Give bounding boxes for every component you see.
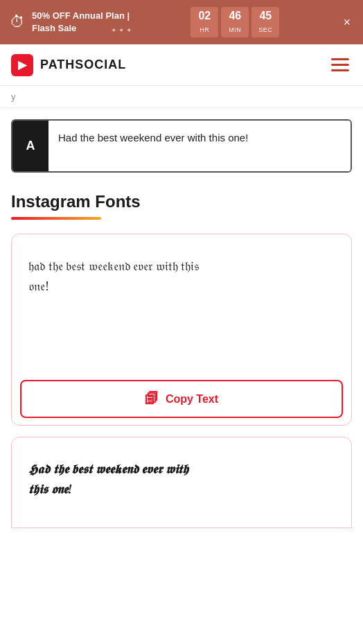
sale-icon: ⏱	[10, 13, 25, 31]
hamburger-menu-button[interactable]	[328, 55, 352, 74]
font-card-1-footer: 🗐 Copy Text	[12, 373, 351, 425]
close-banner-button[interactable]: ×	[340, 12, 353, 33]
text-input-box: A	[11, 119, 352, 173]
logo-text: PATHSOCIAL	[40, 58, 126, 72]
timer-hours-value: 02	[195, 10, 214, 22]
font-preview-text-1: 𝔥𝔞𝔡 𝔱𝔥𝔢 𝔟𝔢𝔰𝔱 𝔴𝔢𝔢𝔨𝔢𝔫𝔡 𝔢𝔳𝔢𝔯 𝔴𝔦𝔱𝔥 𝔱𝔥𝔦𝔰𝔬𝔫𝔢!	[28, 259, 199, 293]
timer-seconds-value: 45	[256, 10, 275, 22]
font-card-1: 𝔥𝔞𝔡 𝔱𝔥𝔢 𝔟𝔢𝔰𝔱 𝔴𝔢𝔢𝔨𝔢𝔫𝔡 𝔢𝔳𝔢𝔯 𝔴𝔦𝔱𝔥 𝔱𝔥𝔦𝔰𝔬𝔫𝔢! …	[11, 234, 352, 426]
copy-icon-1: 🗐	[145, 391, 159, 407]
font-preview-1: 𝔥𝔞𝔡 𝔱𝔥𝔢 𝔟𝔢𝔰𝔱 𝔴𝔢𝔢𝔨𝔢𝔫𝔡 𝔢𝔳𝔢𝔯 𝔴𝔦𝔱𝔥 𝔱𝔥𝔦𝔰𝔬𝔫𝔢!	[12, 234, 351, 373]
copy-button-label-1: Copy Text	[166, 393, 218, 406]
page-sub-text: y	[11, 92, 16, 102]
page-sub-header: y	[0, 86, 363, 108]
font-preview-text-2: 𝕳𝖆𝖉 𝖙𝖍𝖊 𝖇𝖊𝖘𝖙 𝖜𝖊𝖊𝖐𝖊𝖓𝖉 𝖊𝖛𝖊𝖗 𝖜𝖎𝖙𝖍𝖙𝖍𝖎𝖘 𝖔𝖓𝖊!	[28, 462, 188, 496]
input-section: A	[0, 108, 363, 178]
timer-sec-label: SEC	[258, 26, 272, 33]
timer-min-label: MIN	[229, 26, 241, 33]
sale-text-line1: 50% OFF Annual Plan |	[32, 10, 130, 21]
timer-seconds: 45 SEC	[251, 7, 279, 37]
sale-text-line2: Flash Sale	[32, 23, 76, 33]
section-title: Instagram Fonts	[11, 192, 352, 211]
hamburger-line-2	[331, 64, 349, 66]
heading-underline	[11, 217, 101, 220]
copy-text-button-1[interactable]: 🗐 Copy Text	[20, 380, 343, 418]
sale-info: ⏱ 50% OFF Annual Plan | Flash Sale	[10, 10, 130, 35]
sale-text: 50% OFF Annual Plan | Flash Sale	[32, 10, 130, 35]
countdown-timer: 02 HR 46 MIN 45 SEC	[191, 7, 279, 37]
font-card-2: 𝕳𝖆𝖉 𝖙𝖍𝖊 𝖇𝖊𝖘𝖙 𝖜𝖊𝖊𝖐𝖊𝖓𝖉 𝖊𝖛𝖊𝖗 𝖜𝖎𝖙𝖍𝖙𝖍𝖎𝖘 𝖔𝖓𝖊!	[11, 437, 352, 528]
logo-area: ▶ PATHSOCIAL	[11, 54, 126, 76]
sale-banner: ⏱ 50% OFF Annual Plan | Flash Sale 02 HR…	[0, 0, 363, 44]
logo-arrow: ▶	[18, 58, 26, 71]
font-preview-2: 𝕳𝖆𝖉 𝖙𝖍𝖊 𝖇𝖊𝖘𝖙 𝖜𝖊𝖊𝖐𝖊𝖓𝖉 𝖊𝖛𝖊𝖗 𝖜𝖎𝖙𝖍𝖙𝖍𝖎𝖘 𝖔𝖓𝖊!	[12, 437, 351, 528]
section-heading: Instagram Fonts	[0, 178, 363, 220]
main-text-input[interactable]	[48, 121, 351, 171]
timer-hours: 02 HR	[191, 7, 218, 37]
input-label-a: A	[12, 121, 48, 171]
input-label-text: A	[26, 139, 35, 153]
navbar: ▶ PATHSOCIAL	[0, 44, 363, 86]
hamburger-line-1	[331, 58, 349, 60]
logo-icon[interactable]: ▶	[11, 54, 33, 76]
hamburger-line-3	[331, 69, 349, 71]
timer-minutes-value: 46	[225, 10, 245, 22]
timer-hr-label: HR	[200, 26, 209, 33]
timer-minutes: 46 MIN	[221, 7, 249, 37]
